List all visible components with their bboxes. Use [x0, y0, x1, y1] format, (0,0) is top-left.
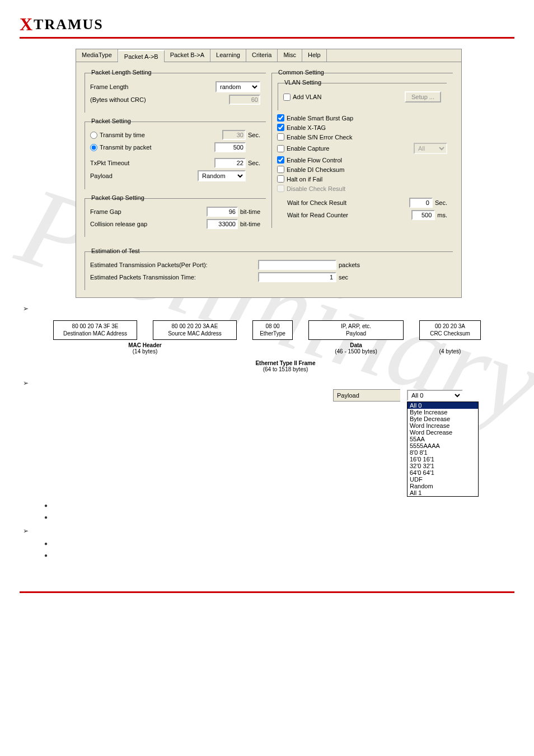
disable-check-result-checkbox [277, 185, 284, 192]
settings-dialog: MediaType Packet A->B Packet B->A Learni… [76, 49, 462, 298]
payload-dropdown-list[interactable]: All 0 Byte Increase Byte Decrease Word I… [407, 402, 479, 497]
halt-on-fail-label: Halt on if Fail [287, 176, 322, 183]
payload-option[interactable]: All 1 [407, 489, 478, 496]
enable-smart-burst-label: Enable Smart Burst Gap [287, 115, 353, 122]
est-tx-packets-input [258, 260, 336, 270]
packet-gap-group: Packet Gap Setting Frame Gap bit-time Co… [84, 194, 266, 237]
collision-gap-input[interactable] [207, 219, 238, 229]
payload-option[interactable]: Byte Decrease [407, 416, 478, 422]
wait-check-result-label: Wait for Check Result [287, 199, 346, 206]
enable-xtag-label: Enable X-TAG [287, 124, 326, 131]
payload-option[interactable]: Word Increase [407, 422, 478, 429]
payload-option[interactable]: 5555AAAA [407, 442, 478, 449]
wait-read-counter-label: Wait for Read Counter [287, 212, 348, 218]
payload-option[interactable]: 55AA [407, 436, 478, 442]
tab-packet-ba[interactable]: Packet B->A [165, 49, 210, 62]
frame-title: Ethernet Type II Frame(64 to 1518 bytes) [53, 360, 518, 372]
frame-gap-unit: bit-time [240, 208, 260, 215]
bullet-icon: ● [44, 552, 514, 558]
add-vlan-label: Add VLAN [293, 94, 321, 100]
tab-bar: MediaType Packet A->B Packet B->A Learni… [76, 49, 461, 62]
collision-gap-label: Collision release gap [90, 221, 147, 227]
vlan-setting-group: VLAN Setting Add VLAN Setup ... [277, 79, 447, 111]
chevron-icon: ➢ [23, 305, 514, 312]
est-tx-time-unit: sec [339, 274, 348, 281]
vlan-setup-button: Setup ... [405, 91, 441, 102]
payload-option[interactable]: Byte Increase [407, 409, 478, 416]
payload-option[interactable]: All 0 [407, 402, 478, 409]
transmit-by-time-input [222, 130, 246, 140]
transmit-by-packet-radio[interactable] [90, 144, 97, 151]
logo: XTRAMUS [20, 16, 104, 32]
tab-help[interactable]: Help [302, 49, 327, 62]
bytes-without-crc-input [229, 95, 260, 105]
footer-rule [20, 591, 514, 593]
frame-dest-mac: 80 00 20 7A 3F 3EDestination MAC Address [53, 320, 137, 340]
payload-detail-label: Payload [333, 389, 400, 402]
chevron-icon: ➢ [23, 527, 514, 535]
payload-option[interactable]: 64'0 64'1 [407, 469, 478, 476]
transmit-by-time-label: Transmit by time [100, 132, 145, 138]
frame-ethertype: 08 00EtherType [252, 320, 293, 340]
frame-crc: 00 20 20 3ACRC Checksum [419, 320, 481, 340]
packet-gap-legend: Packet Gap Setting [90, 194, 146, 201]
estimation-group: Estimation of Test Estimated Transmissio… [84, 248, 453, 291]
tab-criteria[interactable]: Criteria [246, 49, 278, 62]
transmit-by-time-radio[interactable] [90, 132, 97, 139]
enable-flow-control-label: Enable Flow Control [287, 157, 342, 164]
payload-option[interactable]: Random [407, 483, 478, 489]
enable-smart-burst-checkbox[interactable] [277, 114, 284, 122]
enable-sn-error-checkbox[interactable] [277, 133, 284, 141]
frame-src-mac: 80 00 20 20 3A AESource MAC Address [153, 320, 237, 340]
est-tx-packets-label: Estimated Transmission Packets(Per Port)… [90, 262, 258, 268]
halt-on-fail-checkbox[interactable] [277, 175, 284, 183]
wait-read-counter-unit: ms. [437, 212, 447, 218]
payload-option[interactable]: Word Decrease [407, 429, 478, 436]
transmit-by-packet-input[interactable] [214, 142, 246, 152]
bullet-icon: ● [44, 540, 514, 547]
payload-option[interactable]: UDF [407, 476, 478, 483]
enable-di-checksum-label: Enable DI Checksum [287, 166, 344, 173]
payload-select[interactable]: Random [198, 170, 246, 181]
add-vlan-checkbox[interactable] [283, 94, 291, 101]
packet-length-legend: Packet Length Setting [90, 69, 153, 76]
common-setting-group: Common Setting VLAN Setting Add VLAN Set… [271, 69, 453, 228]
frame-length-select[interactable]: random [216, 81, 260, 92]
frame-gap-input[interactable] [207, 207, 238, 217]
payload-option[interactable]: 8'0 8'1 [407, 449, 478, 456]
txpkt-timeout-input[interactable] [214, 158, 246, 168]
wait-check-result-input[interactable] [409, 198, 433, 208]
txpkt-timeout-label: TxPkt Timeout [90, 160, 129, 166]
payload-label: Payload [90, 172, 113, 179]
est-tx-packets-unit: packets [339, 262, 360, 268]
tab-learning[interactable]: Learning [210, 49, 246, 62]
wait-read-counter-input[interactable] [411, 210, 435, 220]
payload-option[interactable]: 32'0 32'1 [407, 463, 478, 469]
chevron-icon: ➢ [23, 379, 514, 387]
vlan-setting-legend: VLAN Setting [283, 79, 322, 86]
frame-gap-label: Frame Gap [90, 208, 121, 215]
tab-mediatype[interactable]: MediaType [76, 49, 118, 62]
payload-detail-select[interactable]: All 0 [407, 390, 463, 401]
common-setting-legend: Common Setting [277, 69, 325, 76]
payload-option[interactable]: 16'0 16'1 [407, 456, 478, 463]
tab-packet-ab[interactable]: Packet A->B [118, 50, 165, 62]
packet-length-group: Packet Length Setting Frame Length rando… [84, 69, 266, 113]
packet-setting-legend: Packet Setting [90, 118, 132, 124]
enable-di-checksum-checkbox[interactable] [277, 166, 284, 173]
transmit-by-time-unit: Sec. [248, 132, 260, 138]
capture-select: All [414, 143, 447, 154]
est-tx-time-input [258, 272, 336, 282]
enable-flow-control-checkbox[interactable] [277, 156, 284, 164]
disable-check-result-label: Disable Check Result [287, 185, 345, 192]
tab-misc[interactable]: Misc [278, 49, 302, 62]
collision-gap-unit: bit-time [240, 221, 260, 227]
txpkt-timeout-unit: Sec. [248, 160, 260, 166]
frame-length-label: Frame Length [90, 83, 128, 90]
enable-xtag-checkbox[interactable] [277, 124, 284, 131]
estimation-legend: Estimation of Test [90, 248, 141, 254]
wait-check-result-unit: Sec. [435, 199, 447, 206]
bullet-icon: ● [44, 502, 514, 508]
bullet-icon: ● [44, 514, 514, 520]
enable-capture-checkbox[interactable] [277, 145, 284, 152]
